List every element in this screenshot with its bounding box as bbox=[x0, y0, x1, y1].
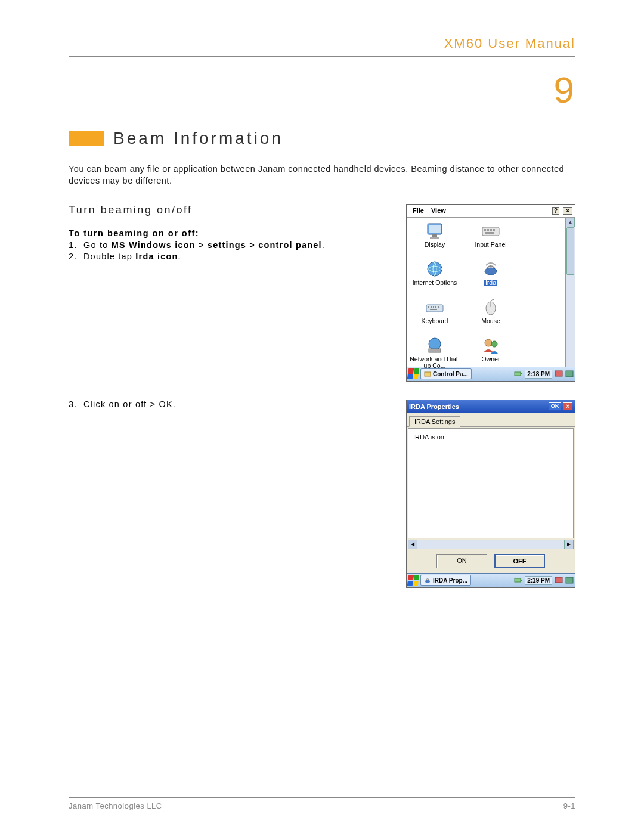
svg-point-23 bbox=[485, 339, 492, 346]
horizontal-scrollbar[interactable]: ◀ ▶ bbox=[408, 540, 574, 549]
network-icon bbox=[425, 336, 444, 355]
titlebar-ok-button[interactable]: OK bbox=[549, 402, 562, 410]
irda-small-icon bbox=[424, 577, 431, 584]
tray-desktop-icon[interactable] bbox=[555, 576, 563, 584]
section-title: Beam Information bbox=[113, 129, 283, 148]
taskbar-button-irda[interactable]: IRDA Prop... bbox=[420, 575, 471, 586]
help-icon[interactable]: ? bbox=[552, 207, 559, 215]
windows-start-icon[interactable] bbox=[407, 575, 420, 586]
taskbar-clock: 2:18 PM bbox=[525, 370, 552, 379]
irda-icon bbox=[481, 259, 500, 278]
svg-rect-2 bbox=[432, 234, 437, 237]
cp-icon-display[interactable]: Display bbox=[408, 221, 462, 257]
footer-company: Janam Technologies LLC bbox=[69, 801, 162, 810]
section-accent-block bbox=[69, 131, 104, 146]
svg-rect-14 bbox=[431, 306, 432, 308]
svg-rect-6 bbox=[487, 229, 489, 231]
keyboard-icon bbox=[425, 298, 444, 317]
scroll-left-arrow-icon[interactable]: ◀ bbox=[408, 540, 417, 549]
windows-start-icon[interactable] bbox=[407, 368, 420, 379]
header-rule bbox=[69, 56, 575, 57]
chapter-number: 9 bbox=[69, 69, 575, 111]
menu-file[interactable]: File bbox=[409, 206, 428, 215]
svg-rect-4 bbox=[482, 227, 499, 236]
tray-sip-icon[interactable] bbox=[565, 370, 574, 378]
svg-rect-18 bbox=[430, 309, 437, 310]
input-panel-icon bbox=[481, 221, 500, 240]
cp-icon-owner[interactable]: Owner bbox=[464, 336, 518, 371]
svg-rect-1 bbox=[429, 225, 441, 233]
svg-rect-32 bbox=[521, 580, 522, 581]
scrollbar-thumb[interactable] bbox=[566, 227, 574, 275]
tab-irda-settings[interactable]: IRDA Settings bbox=[409, 416, 460, 427]
step-1: 1. Go to MS Windows icon > settings > co… bbox=[69, 240, 391, 250]
svg-rect-34 bbox=[566, 577, 573, 583]
on-button[interactable]: ON bbox=[436, 554, 487, 568]
svg-rect-22 bbox=[429, 349, 441, 352]
svg-rect-33 bbox=[555, 577, 562, 583]
tray-desktop-icon[interactable] bbox=[555, 370, 563, 378]
cp-icon-mouse[interactable]: Mouse bbox=[464, 298, 518, 333]
vertical-scrollbar[interactable]: ▲ bbox=[565, 218, 575, 367]
svg-rect-3 bbox=[430, 237, 439, 239]
svg-rect-27 bbox=[521, 373, 522, 374]
svg-rect-28 bbox=[555, 371, 562, 376]
svg-rect-26 bbox=[515, 372, 521, 376]
doc-header-title: XM60 User Manual bbox=[69, 36, 575, 51]
intro-paragraph: You can beam any file or application bet… bbox=[69, 163, 575, 187]
window-title: IRDA Properties bbox=[409, 403, 459, 410]
step-2: 2. Double tap Irda icon. bbox=[69, 252, 391, 261]
scroll-up-arrow-icon[interactable]: ▲ bbox=[566, 218, 575, 227]
svg-point-10 bbox=[428, 262, 442, 276]
hscroll-track[interactable] bbox=[417, 540, 564, 549]
tray-battery-icon[interactable] bbox=[514, 576, 522, 584]
svg-rect-16 bbox=[435, 306, 436, 308]
footer-page-number: 9-1 bbox=[564, 801, 575, 810]
cp-label-network: Network and Dial-up Co... bbox=[408, 356, 462, 370]
svg-point-30 bbox=[425, 580, 430, 583]
screenshot-control-panel: File View ? × Display bbox=[406, 204, 575, 382]
close-icon[interactable]: × bbox=[563, 207, 572, 215]
step-3: 3. Click on or off > OK. bbox=[69, 400, 391, 409]
steps-intro: To turn beaming on or off: bbox=[69, 228, 391, 238]
svg-point-21 bbox=[429, 338, 441, 350]
svg-rect-12 bbox=[426, 305, 443, 312]
svg-rect-17 bbox=[438, 306, 439, 308]
tray-sip-icon[interactable] bbox=[565, 576, 574, 584]
taskbar-button-control-panel[interactable]: Control Pa... bbox=[420, 368, 472, 379]
cp-icon-input-panel[interactable]: Input Panel bbox=[464, 221, 518, 257]
folder-icon bbox=[424, 370, 431, 377]
svg-rect-5 bbox=[484, 229, 486, 231]
svg-point-24 bbox=[491, 341, 497, 347]
cp-label-owner: Owner bbox=[482, 356, 500, 363]
cp-label-keyboard: Keyboard bbox=[422, 318, 448, 325]
cp-icon-irda[interactable]: Irda bbox=[464, 259, 518, 295]
svg-rect-29 bbox=[566, 371, 573, 377]
svg-rect-15 bbox=[433, 306, 434, 308]
svg-rect-9 bbox=[485, 232, 494, 234]
svg-rect-31 bbox=[515, 578, 521, 582]
footer-rule bbox=[69, 797, 575, 798]
scroll-right-arrow-icon[interactable]: ▶ bbox=[564, 540, 574, 549]
mouse-icon bbox=[481, 298, 500, 317]
taskbar-clock: 2:19 PM bbox=[525, 576, 552, 585]
tray-battery-icon[interactable] bbox=[514, 370, 522, 378]
internet-options-icon bbox=[425, 259, 444, 278]
svg-rect-7 bbox=[490, 229, 492, 231]
svg-rect-8 bbox=[493, 229, 495, 231]
owner-icon bbox=[481, 336, 500, 355]
menu-view[interactable]: View bbox=[428, 206, 450, 215]
menubar: File View ? × bbox=[407, 205, 575, 218]
irda-body-panel: IRDA is on bbox=[408, 428, 574, 538]
cp-icon-internet-options[interactable]: Internet Options bbox=[408, 259, 462, 295]
window-titlebar: IRDA Properties OK × bbox=[407, 400, 575, 413]
subheading-turn-beaming: Turn beaming on/off bbox=[69, 204, 391, 216]
cp-icon-network[interactable]: Network and Dial-up Co... bbox=[408, 336, 462, 371]
cp-icon-keyboard[interactable]: Keyboard bbox=[408, 298, 462, 333]
off-button[interactable]: OFF bbox=[494, 554, 545, 568]
titlebar-close-icon[interactable]: × bbox=[563, 402, 572, 410]
tab-row: IRDA Settings bbox=[407, 413, 575, 427]
svg-rect-25 bbox=[425, 372, 431, 376]
taskbar: IRDA Prop... 2:19 PM bbox=[407, 573, 575, 587]
cp-label-input-panel: Input Panel bbox=[475, 241, 506, 249]
